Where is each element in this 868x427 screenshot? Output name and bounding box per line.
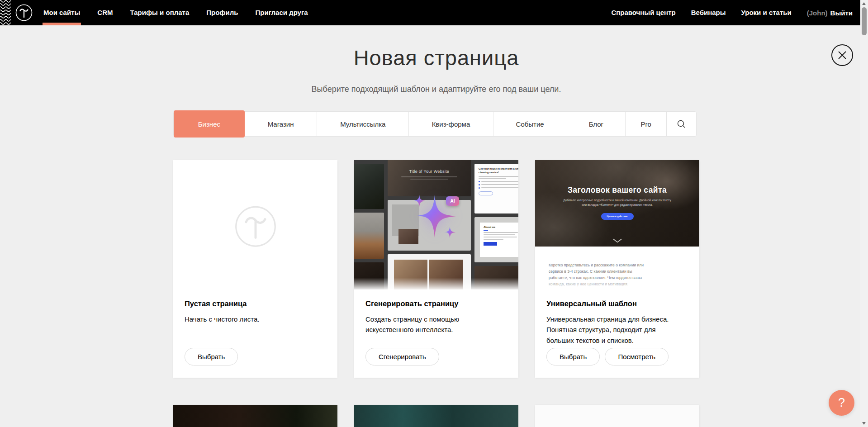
website-collage: Title of Your Website Get your house in … — [354, 160, 518, 289]
close-button[interactable] — [831, 44, 853, 66]
card-description: Создать страницу с помощью искусственног… — [365, 314, 479, 335]
collage-fade — [354, 278, 518, 289]
scroll-up-arrow-icon[interactable] — [862, 2, 866, 5]
blank-page-preview — [173, 160, 337, 289]
template-hero-subtitle: Добавьте интересные подробности о вашей … — [561, 198, 674, 208]
nav-item-invite-friend[interactable]: Пригласи друга — [255, 0, 308, 25]
collage-tile-livingroom — [354, 213, 384, 259]
text-line — [484, 239, 503, 240]
text-line — [484, 232, 518, 233]
card-actions: Сгенерировать — [365, 348, 507, 365]
card-title: Пустая страница — [185, 299, 326, 308]
top-navbar: Мои сайты CRM Тарифы и оплата Профиль Пр… — [0, 0, 868, 25]
card-generate-ai[interactable]: Title of Your Website Get your house in … — [354, 160, 518, 378]
card-description: Универсальная страница для бизнеса. Поня… — [546, 314, 682, 346]
nav-item-my-sites[interactable]: Мои сайты — [43, 0, 80, 25]
nav-item-webinars[interactable]: Вебинары — [691, 0, 726, 25]
logout-link[interactable]: Выйти — [830, 9, 853, 17]
collage-hero-title: Title of Your Website — [388, 169, 471, 174]
nav-item-help-center[interactable]: Справочный центр — [611, 0, 675, 25]
card-universal-template[interactable]: Заголовок вашего сайта Добавьте интересн… — [535, 160, 699, 378]
user-label: (John)Выйти — [807, 9, 853, 17]
nav-right-menu: Справочный центр Вебинары Уроки и статьи… — [611, 0, 853, 25]
bullet-row — [479, 187, 518, 189]
tilda-logo[interactable] — [15, 4, 33, 21]
collage-cleaning-heading: Get your house in order with a smart cle… — [479, 167, 518, 175]
card-title: Универсальный шаблон — [546, 299, 688, 308]
preview-button[interactable]: Посмотреть — [605, 348, 669, 365]
template-fade — [535, 280, 699, 289]
templates-row-2 — [173, 405, 699, 427]
zigzag-pattern-icon — [0, 0, 11, 25]
text-line — [484, 237, 517, 237]
tilda-watermark-icon — [234, 205, 277, 248]
choose-button[interactable]: Выбрать — [546, 348, 600, 365]
tab-quiz-form[interactable]: Квиз-форма — [408, 112, 493, 136]
username: (John) — [807, 9, 828, 17]
collage-about-heading: About us — [484, 226, 518, 228]
card-body: Пустая страница Начать с чистого листа. … — [173, 289, 337, 378]
text-line — [479, 176, 518, 177]
tab-multilink[interactable]: Мультиссылка — [317, 112, 408, 136]
tab-business[interactable]: Бизнес — [174, 110, 245, 138]
search-icon — [677, 119, 686, 129]
card-title: Сгенерировать страницу — [365, 299, 507, 308]
mini-button — [479, 191, 493, 195]
chevron-down-icon — [612, 238, 622, 243]
help-button[interactable]: ? — [829, 390, 854, 416]
ai-preview: Title of Your Website Get your house in … — [354, 160, 518, 289]
card-body: Универсальный шаблон Универсальная стран… — [535, 289, 699, 378]
collage-hero-line — [401, 176, 457, 177]
card-template-light[interactable] — [535, 405, 699, 427]
card-actions: Выбрать — [185, 348, 326, 365]
nav-item-lessons[interactable]: Уроки и статьи — [741, 0, 792, 25]
collage-hero-line — [410, 179, 448, 180]
ai-badge: AI — [446, 196, 459, 206]
collage-tile-hero: Title of Your Website — [388, 160, 471, 196]
template-cta-button: Целевое действие — [601, 213, 634, 220]
sparkle-small-icon — [444, 226, 456, 238]
template-preview: Заголовок вашего сайта Добавьте интересн… — [535, 160, 699, 289]
tab-search[interactable] — [666, 112, 696, 136]
close-icon — [832, 45, 852, 65]
nav-item-crm[interactable]: CRM — [97, 0, 113, 25]
card-blank-page[interactable]: Пустая страница Начать с чистого листа. … — [173, 160, 337, 378]
text-line — [479, 178, 506, 179]
card-template-teal[interactable] — [354, 405, 518, 427]
scroll-down-arrow-icon[interactable] — [862, 422, 866, 425]
accent-underline — [484, 230, 488, 231]
collage-tile-about: About us — [474, 217, 518, 262]
text-line — [484, 234, 515, 235]
tab-event[interactable]: Событие — [493, 112, 567, 136]
generate-button[interactable]: Сгенерировать — [365, 348, 439, 365]
card-description: Начать с чистого листа. — [185, 314, 320, 324]
collage-tile-desk — [354, 164, 384, 209]
mini-button-blue — [484, 242, 497, 246]
tab-shop[interactable]: Магазин — [245, 112, 317, 136]
template-body: Коротко представьтесь и расскажите о ком… — [535, 247, 699, 289]
card-actions: Выбрать Посмотреть — [546, 348, 688, 365]
scrollbar[interactable] — [860, 0, 868, 427]
template-hero-title: Заголовок вашего сайта — [535, 185, 699, 195]
template-hero: Заголовок вашего сайта Добавьте интересн… — [535, 160, 699, 247]
template-category-tabs: Бизнес Магазин Мультиссылка Квиз-форма С… — [173, 111, 697, 137]
bullet-row — [479, 181, 518, 182]
tab-pro[interactable]: Pro — [625, 112, 666, 136]
nav-item-tariffs[interactable]: Тарифы и оплата — [130, 0, 189, 25]
page-subtitle: Выберите подходящий шаблон и адаптируйте… — [173, 85, 699, 94]
main-content: Новая страница Выберите подходящий шабло… — [173, 25, 699, 427]
nav-left-menu: Мои сайты CRM Тарифы и оплата Профиль Пр… — [43, 0, 308, 25]
about-card: About us — [480, 223, 518, 257]
templates-row-1: Пустая страница Начать с чистого листа. … — [173, 160, 699, 378]
card-template-dark[interactable] — [173, 405, 337, 427]
choose-button[interactable]: Выбрать — [185, 348, 238, 365]
card-body: Сгенерировать страницу Создать страницу … — [354, 289, 518, 378]
nav-item-profile[interactable]: Профиль — [206, 0, 238, 25]
page-title: Новая страница — [173, 45, 699, 70]
bullet-row — [479, 184, 518, 185]
collage-tile-cleaning: Get your house in order with a smart cle… — [474, 164, 518, 214]
tab-blog[interactable]: Блог — [567, 112, 626, 136]
scrollbar-thumb[interactable] — [862, 7, 867, 35]
